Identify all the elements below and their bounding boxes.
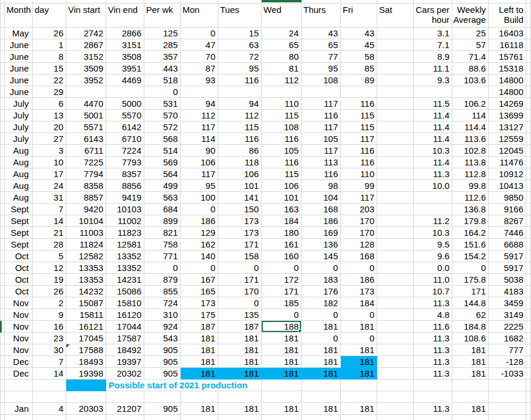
cell-per_wk[interactable]: 724 (144, 297, 181, 309)
cell-day[interactable]: 31 (33, 192, 66, 204)
cell-vin_start[interactable]: 3152 (66, 51, 106, 63)
cell-tues[interactable]: 171 (218, 274, 262, 286)
cell-left_to_build[interactable]: 15318 (489, 63, 526, 74)
cell-weekly_average[interactable]: 181 (452, 368, 489, 380)
cell-day[interactable]: 28 (33, 239, 66, 250)
cell-tues[interactable]: 158 (218, 250, 262, 262)
cell-vin_start[interactable]: 14232 (66, 286, 106, 297)
cell-thurs[interactable]: 0 (302, 333, 341, 344)
cell-vin_end[interactable]: 13352 (106, 250, 144, 262)
cell-wed[interactable]: 161 (262, 239, 302, 250)
cell-wed[interactable]: 105 (262, 145, 302, 157)
cell-fri[interactable]: 181 (341, 403, 377, 415)
cell-per_wk[interactable]: 905 (144, 344, 181, 356)
cell-sat[interactable] (377, 380, 414, 391)
cell-month[interactable]: Dec (5, 368, 33, 380)
cell-weekly_average[interactable]: 108.6 (452, 333, 489, 344)
cell-day[interactable]: 17 (33, 168, 66, 180)
cell-vin_end[interactable]: 5000 (106, 98, 144, 110)
cell-vin_end[interactable]: 10103 (106, 204, 144, 215)
cell-left_to_build[interactable]: 14269 (489, 98, 526, 110)
cell-sat[interactable] (377, 274, 414, 286)
cell-thurs[interactable]: 181 (302, 344, 341, 356)
cell-weekly_average[interactable]: 154.2 (452, 250, 489, 262)
cell-thurs[interactable]: 181 (302, 356, 341, 368)
cell-day[interactable]: 4 (33, 403, 66, 415)
cell-tues[interactable]: 173 (218, 215, 262, 227)
cell-thurs[interactable]: 116 (302, 110, 341, 121)
cell-vin_end[interactable]: 21207 (106, 403, 144, 415)
cell-vin_end[interactable]: 3151 (106, 39, 144, 51)
cell-sat[interactable] (377, 28, 414, 39)
cell-day[interactable]: 16 (33, 321, 66, 333)
cell-fri[interactable]: 117 (341, 133, 377, 145)
cell-cars_per_hour[interactable]: 4.8 (414, 309, 452, 321)
cell-tues[interactable]: 95 (218, 63, 262, 74)
cell-tues[interactable]: 15 (218, 28, 262, 39)
cell-weekly_average[interactable]: 113.6 (452, 133, 489, 145)
cell-fri[interactable]: 45 (341, 39, 377, 51)
cell-wed[interactable]: 112 (262, 74, 302, 86)
cell-tues[interactable]: 72 (218, 51, 262, 63)
cell-wed[interactable]: 81 (262, 63, 302, 74)
cell-sat[interactable] (377, 121, 414, 133)
cell-tues[interactable]: 181 (218, 368, 262, 380)
cell-month[interactable]: May (5, 28, 33, 39)
cell-wed[interactable]: 108 (262, 121, 302, 133)
cell-per_wk[interactable]: 0 (144, 86, 181, 98)
cell-month[interactable]: June (5, 51, 33, 63)
cell-thurs[interactable]: 104 (302, 192, 341, 204)
cell-vin_end[interactable]: 15086 (106, 286, 144, 297)
cell-thurs[interactable]: 116 (302, 168, 341, 180)
cell-vin_start[interactable]: 18493 (66, 356, 106, 368)
cell-vin_end[interactable]: 17044 (106, 321, 144, 333)
cell-fri[interactable]: 170 (341, 215, 377, 227)
cell-wed[interactable]: 115 (262, 168, 302, 180)
cell-mon[interactable]: 93 (181, 74, 218, 86)
cell-sat[interactable] (377, 239, 414, 250)
cell-cars_per_hour[interactable] (414, 86, 452, 98)
cell-tues[interactable]: 181 (218, 403, 262, 415)
cell-vin_end[interactable]: 15810 (106, 297, 144, 309)
cell-vin_end[interactable]: 9419 (106, 192, 144, 204)
cell-weekly_average[interactable]: 88.6 (452, 63, 489, 74)
cell-mon[interactable]: 87 (181, 63, 218, 74)
cell-fri[interactable]: 184 (341, 297, 377, 309)
cell-month[interactable]: July (5, 121, 33, 133)
cell-day[interactable]: 21 (33, 227, 66, 239)
cell-wed[interactable]: 181 (262, 344, 302, 356)
cell-cars_per_hour[interactable]: 11.2 (414, 215, 452, 227)
cell-vin_end[interactable]: 2866 (106, 28, 144, 39)
cell-cars_per_hour[interactable]: 8.9 (414, 51, 452, 63)
cell-tues[interactable]: 63 (218, 39, 262, 51)
cell-vin_end[interactable]: 19397 (106, 356, 144, 368)
cell-per_wk[interactable]: 568 (144, 133, 181, 145)
cell-month[interactable]: Sept (5, 239, 33, 250)
cell-per_wk[interactable]: 684 (144, 204, 181, 215)
cell-thurs[interactable]: 0 (302, 262, 341, 274)
cell-weekly_average[interactable]: 171 (452, 286, 489, 297)
cell-cars_per_hour[interactable]: 11.3 (414, 403, 452, 415)
cell-sat[interactable] (377, 39, 414, 51)
cell-thurs[interactable]: 136 (302, 239, 341, 250)
cell-cars_per_hour[interactable]: 11.1 (414, 63, 452, 74)
cell-mon[interactable]: 140 (181, 250, 218, 262)
cell-mon[interactable]: 181 (181, 403, 218, 415)
cell-month[interactable]: July (5, 133, 33, 145)
cell-month[interactable]: Aug (5, 145, 33, 157)
cell-sat[interactable] (377, 110, 414, 121)
cell-wed[interactable]: 184 (262, 215, 302, 227)
cell-month[interactable]: Oct (5, 286, 33, 297)
cell-mon[interactable]: 181 (181, 356, 218, 368)
cell-weekly_average[interactable]: 25 (452, 28, 489, 39)
note-highlight-cell[interactable] (66, 380, 106, 391)
cell-month[interactable] (5, 380, 33, 391)
cell-day[interactable]: 13 (33, 110, 66, 121)
cell-tues[interactable]: 170 (218, 286, 262, 297)
cell-vin_start[interactable]: 15811 (66, 309, 106, 321)
cell-day[interactable]: 6 (33, 98, 66, 110)
cell-sat[interactable] (377, 262, 414, 274)
cell-day[interactable]: 9 (33, 309, 66, 321)
cell-vin_start[interactable]: 7225 (66, 157, 106, 168)
cell-vin_start[interactable]: 2742 (66, 28, 106, 39)
